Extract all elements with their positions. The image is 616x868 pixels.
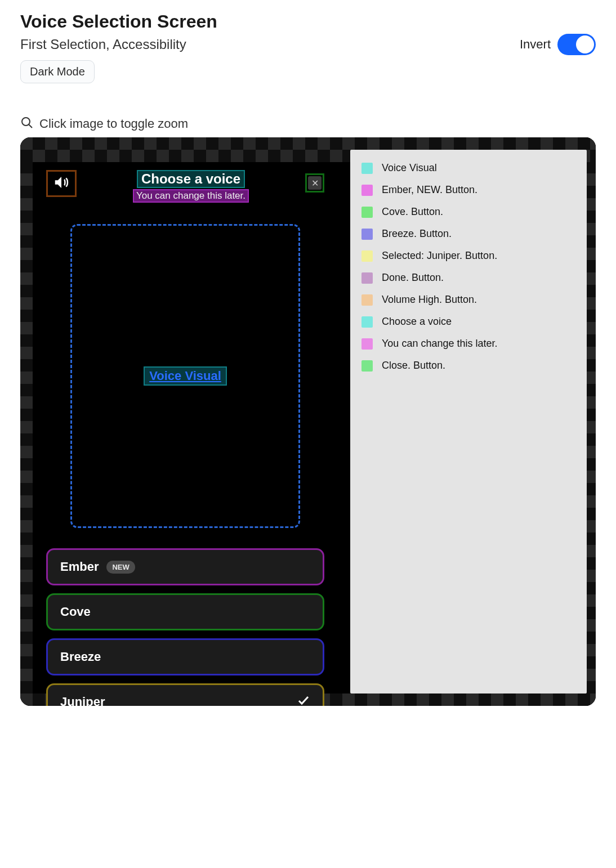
legend-swatch [361, 360, 373, 372]
legend-swatch [361, 316, 373, 328]
voice-option-juniper[interactable]: Juniper [46, 683, 324, 706]
legend-swatch [361, 338, 373, 350]
legend-row: Selected: Juniper. Button. [361, 250, 575, 262]
dark-mode-pill[interactable]: Dark Mode [20, 60, 95, 83]
page-subtitle: First Selection, Accessibility [20, 37, 217, 52]
voice-option-breeze[interactable]: Breeze [46, 638, 324, 675]
page-title: Voice Selection Screen [20, 11, 217, 32]
new-badge: NEW [106, 561, 135, 574]
toggle-knob [576, 35, 594, 53]
legend-text: Selected: Juniper. Button. [382, 250, 497, 262]
legend-row: You can change this later. [361, 338, 575, 350]
voice-option-cove[interactable]: Cove [46, 593, 324, 630]
legend-text: Volume High. Button. [382, 294, 477, 306]
legend-text: You can change this later. [382, 338, 498, 350]
legend-swatch [361, 250, 373, 262]
legend-row: Choose a voice [361, 316, 575, 328]
zoom-hint: Click image to toggle zoom [39, 117, 188, 131]
legend-text: Voice Visual [382, 162, 437, 174]
legend-row: Volume High. Button. [361, 294, 575, 306]
search-icon [20, 116, 34, 132]
voice-option-ember[interactable]: Ember NEW [46, 548, 324, 585]
invert-label: Invert [520, 37, 551, 52]
close-icon: ✕ [308, 176, 322, 190]
voice-name: Breeze [60, 650, 101, 664]
voice-name: Cove [60, 605, 91, 619]
legend-row: Done. Button. [361, 272, 575, 284]
volume-high-icon [53, 174, 70, 193]
invert-toggle[interactable] [557, 34, 596, 55]
svg-line-1 [29, 124, 32, 128]
voice-name: Juniper [60, 695, 105, 706]
legend-text: Done. Button. [382, 272, 444, 284]
check-icon [297, 693, 310, 706]
close-button[interactable]: ✕ [305, 173, 324, 193]
voice-name: Ember [60, 560, 99, 574]
legend-row: Close. Button. [361, 360, 575, 372]
legend-swatch [361, 294, 373, 306]
legend-swatch [361, 272, 373, 284]
legend-swatch [361, 207, 373, 218]
legend-text: Cove. Button. [382, 206, 443, 218]
choose-voice-title: Choose a voice [137, 170, 245, 188]
legend-text: Close. Button. [382, 360, 445, 372]
legend-swatch [361, 185, 373, 196]
volume-high-button[interactable] [46, 170, 77, 197]
preview-canvas[interactable]: Choose a voice You can change this later… [20, 137, 596, 706]
legend-row: Voice Visual [361, 162, 575, 174]
legend-text: Choose a voice [382, 316, 452, 328]
legend-swatch [361, 229, 373, 240]
legend-swatch [361, 163, 373, 174]
choose-voice-subtitle: You can change this later. [133, 189, 249, 203]
voice-visual-frame: Voice Visual [70, 224, 300, 528]
legend-row: Ember, NEW. Button. [361, 184, 575, 196]
legend-text: Ember, NEW. Button. [382, 184, 477, 196]
voice-visual-label: Voice Visual [144, 366, 227, 386]
legend-row: Cove. Button. [361, 206, 575, 218]
legend-row: Breeze. Button. [361, 228, 575, 240]
legend-text: Breeze. Button. [382, 228, 452, 240]
svg-point-0 [22, 118, 30, 126]
accessibility-legend: Voice VisualEmber, NEW. Button.Cove. But… [350, 150, 587, 693]
